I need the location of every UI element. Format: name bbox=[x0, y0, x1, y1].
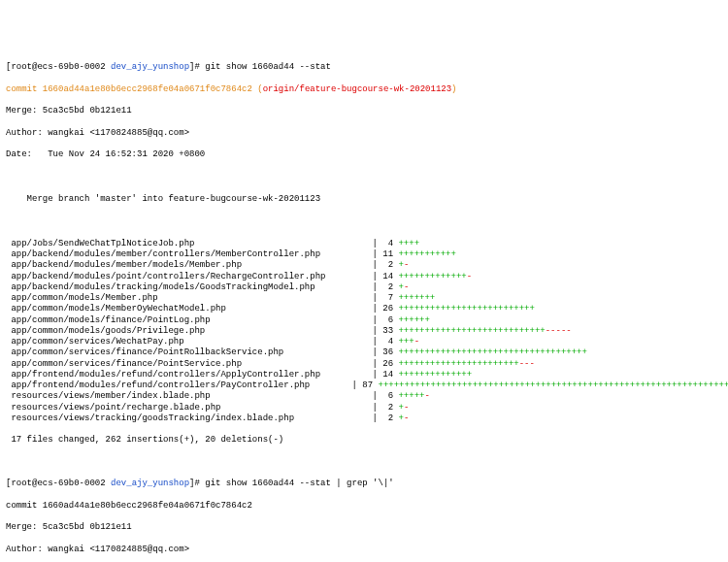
file-path: app/Jobs/SendWeChatTplNoticeJob.php bbox=[6, 239, 351, 249]
change-count: | 11 bbox=[351, 249, 398, 260]
file-stat-row: app/backend/modules/tracking/models/Good… bbox=[6, 282, 722, 293]
insertions-icon: +++++++++++ bbox=[398, 249, 455, 260]
change-count: | 33 bbox=[351, 326, 398, 337]
deletions-icon: - bbox=[404, 413, 409, 424]
change-count: | 2 bbox=[351, 260, 398, 271]
file-stat-row: app/backend/modules/point/controllers/Re… bbox=[6, 272, 722, 282]
file-stat-row: resources/views/tracking/goodsTracking/i… bbox=[6, 413, 722, 424]
file-stat-row: app/common/models/Member.php | 7 +++++++ bbox=[6, 293, 722, 304]
commit-message: Merge branch 'master' into feature-bugco… bbox=[6, 194, 722, 205]
insertions-icon: ++++++ bbox=[398, 315, 429, 326]
file-path: app/backend/modules/point/controllers/Re… bbox=[6, 272, 351, 282]
file-stat-row: app/frontend/modules/refund/controllers/… bbox=[6, 370, 722, 380]
file-path: app/common/services/finance/PointRollbac… bbox=[6, 347, 351, 358]
deletions-icon: - bbox=[414, 337, 419, 347]
summary-line-1: 17 files changed, 262 insertions(+), 20 … bbox=[6, 435, 722, 446]
file-path: app/common/models/finance/PointLog.php bbox=[6, 315, 351, 326]
file-path: app/frontend/modules/refund/controllers/… bbox=[6, 380, 351, 391]
file-path: app/common/services/WechatPay.php bbox=[6, 337, 351, 347]
file-stat-row: app/common/models/finance/PointLog.php |… bbox=[6, 315, 722, 326]
deletions-icon: --- bbox=[519, 359, 535, 370]
file-path: resources/views/point/recharge.blade.php bbox=[6, 403, 351, 413]
file-path: app/common/services/finance/PointService… bbox=[6, 359, 351, 370]
terminal[interactable]: { "prompt1": { "userhost": "[root@ecs-69… bbox=[0, 0, 728, 562]
file-stat-row: app/common/services/finance/PointRollbac… bbox=[6, 347, 722, 358]
commit-line-2: commit 1660ad44a1e80b6ecc2968fe04a0671f0… bbox=[6, 501, 722, 512]
insertions-icon: ++++++++++++++ bbox=[398, 370, 472, 380]
deletions-icon: - bbox=[467, 272, 472, 282]
change-count: | 36 bbox=[351, 347, 398, 358]
change-count: | 7 bbox=[351, 293, 398, 304]
commit-line-1: commit 1660ad44a1e80b6ecc2968fe04a0671f0… bbox=[6, 84, 722, 95]
file-path: resources/views/tracking/goodsTracking/i… bbox=[6, 413, 351, 424]
change-count: | 14 bbox=[351, 370, 398, 380]
file-stat-row: resources/views/point/recharge.blade.php… bbox=[6, 403, 722, 413]
prompt-line-2: [root@ecs-69b0-0002 dev_ajy_yunshop]# gi… bbox=[6, 479, 722, 489]
file-path: app/common/models/Member.php bbox=[6, 293, 351, 304]
insertions-icon: +++++++ bbox=[398, 293, 435, 304]
change-count: | 6 bbox=[351, 315, 398, 326]
merge-line: Merge: 5ca3c5bd 0b121e11 bbox=[6, 522, 722, 533]
insertions-icon: +++++++++++++ bbox=[398, 272, 466, 282]
prompt-line-1: [root@ecs-69b0-0002 dev_ajy_yunshop]# gi… bbox=[6, 62, 722, 73]
deletions-icon: ----- bbox=[546, 326, 572, 337]
file-stat-row: app/frontend/modules/refund/controllers/… bbox=[6, 380, 722, 391]
merge-line: Merge: 5ca3c5bd 0b121e11 bbox=[6, 106, 722, 116]
change-count: | 4 bbox=[351, 337, 398, 347]
insertions-icon: +++++++++++++++++++++++ bbox=[398, 359, 518, 370]
file-stat-row: app/common/models/MemberOyWechatModel.ph… bbox=[6, 304, 722, 314]
file-stat-row: app/backend/modules/member/controllers/M… bbox=[6, 249, 722, 260]
change-count: | 4 bbox=[351, 239, 398, 249]
file-stat-row: app/Jobs/SendWeChatTplNoticeJob.php | 4 … bbox=[6, 239, 722, 249]
change-count: | 6 bbox=[351, 391, 398, 402]
insertions-icon: ++++ bbox=[398, 239, 419, 249]
file-stat-row: app/common/services/WechatPay.php | 4 ++… bbox=[6, 337, 722, 347]
author-line: Author: wangkai <1170824885@qq.com> bbox=[6, 545, 722, 555]
deletions-icon: - bbox=[404, 282, 409, 293]
change-count: | 2 bbox=[351, 413, 398, 424]
insertions-icon: ++++++++++++++++++++++++++++++++++++++++… bbox=[378, 380, 728, 391]
insertions-icon: ++++++++++++++++++++++++++++ bbox=[398, 326, 545, 337]
author-line: Author: wangkai <1170824885@qq.com> bbox=[6, 128, 722, 139]
file-path: app/common/models/MemberOyWechatModel.ph… bbox=[6, 304, 351, 314]
file-path: app/frontend/modules/refund/controllers/… bbox=[6, 370, 351, 380]
file-stats-block-1: app/Jobs/SendWeChatTplNoticeJob.php | 4 … bbox=[6, 239, 722, 424]
change-count: | 26 bbox=[351, 359, 398, 370]
insertions-icon: ++++++++++++++++++++++++++++++++++++ bbox=[398, 347, 586, 358]
deletions-icon: - bbox=[424, 391, 429, 402]
file-stat-row: app/backend/modules/member/models/Member… bbox=[6, 260, 722, 271]
file-stat-row: app/common/services/finance/PointService… bbox=[6, 359, 722, 370]
change-count: | 14 bbox=[351, 272, 398, 282]
change-count: | 87 bbox=[351, 380, 378, 391]
file-path: app/backend/modules/member/models/Member… bbox=[6, 260, 351, 271]
file-path: app/backend/modules/member/controllers/M… bbox=[6, 249, 351, 260]
file-path: resources/views/member/index.blade.php bbox=[6, 391, 351, 402]
file-path: app/backend/modules/tracking/models/Good… bbox=[6, 282, 351, 293]
insertions-icon: +++++ bbox=[398, 391, 424, 402]
change-count: | 2 bbox=[351, 282, 398, 293]
change-count: | 26 bbox=[351, 304, 398, 314]
insertions-icon: +++ bbox=[398, 337, 414, 347]
deletions-icon: - bbox=[404, 260, 409, 271]
change-count: | 2 bbox=[351, 403, 398, 413]
file-path: app/common/models/goods/Privilege.php bbox=[6, 326, 351, 337]
date-line: Date: Tue Nov 24 16:52:31 2020 +0800 bbox=[6, 149, 722, 160]
file-stat-row: resources/views/member/index.blade.php |… bbox=[6, 391, 722, 402]
insertions-icon: ++++++++++++++++++++++++++ bbox=[398, 304, 534, 314]
deletions-icon: - bbox=[404, 403, 409, 413]
file-stat-row: app/common/models/goods/Privilege.php | … bbox=[6, 326, 722, 337]
